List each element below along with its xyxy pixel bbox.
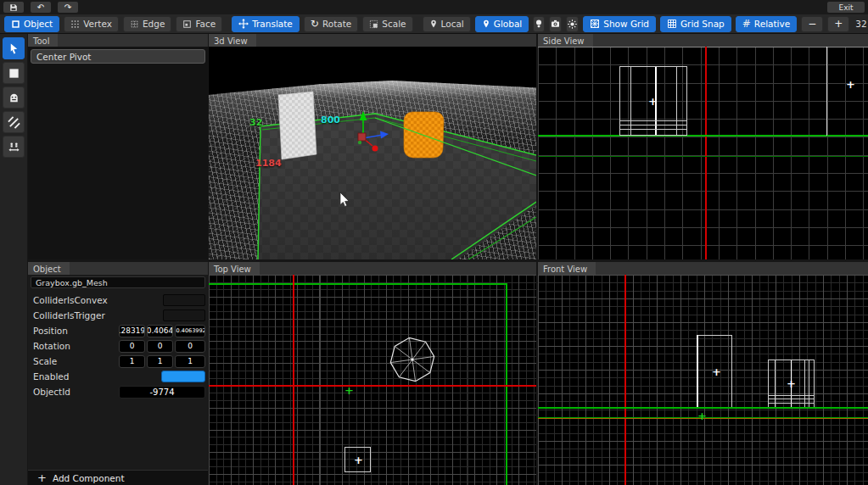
mode-edge-button[interactable]: Edge bbox=[123, 16, 171, 32]
save-button[interactable] bbox=[3, 2, 24, 13]
hatch-icon bbox=[8, 116, 20, 129]
viewport-top-panel: Top View + + bbox=[209, 262, 536, 485]
add-component-button[interactable]: + Add Component bbox=[28, 470, 208, 485]
viewport-front-header: Front View bbox=[538, 262, 868, 275]
objectid-field[interactable]: -9774 bbox=[119, 386, 205, 399]
pin-icon bbox=[429, 19, 438, 29]
rotation-y-field[interactable]: 0 bbox=[147, 340, 173, 353]
grid-size-decrease-button[interactable]: − bbox=[801, 16, 823, 32]
flare-button[interactable] bbox=[566, 16, 579, 32]
tab-tool[interactable]: Tool bbox=[28, 34, 58, 47]
lighting-toggle-button[interactable] bbox=[533, 16, 545, 32]
grid-size-increase-button[interactable]: + bbox=[827, 16, 849, 32]
top-green-hline bbox=[209, 283, 507, 285]
scale-x-field[interactable]: 1 bbox=[119, 355, 145, 368]
center-pivot-button[interactable]: Center Pivot bbox=[31, 49, 205, 64]
undo-button[interactable]: ↶ bbox=[31, 2, 51, 13]
object-panel-body: Graybox.gb_Mesh ColliderIsConvex Collide… bbox=[28, 275, 208, 485]
show-grid-icon bbox=[590, 19, 600, 29]
object-panel: Object Graybox.gb_Mesh ColliderIsConvex … bbox=[28, 262, 208, 485]
mode-face-button[interactable]: Face bbox=[176, 16, 222, 32]
translate-gizmo[interactable] bbox=[358, 111, 389, 152]
level-editor-window: ↶ ↷ Exit Object Vertex Edge Face Transla… bbox=[0, 0, 868, 485]
tab-front-view[interactable]: Front View bbox=[538, 262, 596, 275]
box-tool-button[interactable] bbox=[3, 62, 25, 84]
cylinder-top-wireframe bbox=[389, 336, 436, 383]
front-wirebox-1: + bbox=[697, 335, 732, 407]
redo-button[interactable]: ↷ bbox=[58, 2, 78, 13]
tool-panel: Tool Center Pivot bbox=[28, 34, 208, 259]
pivot-cross: + bbox=[648, 96, 658, 107]
scale-button[interactable]: Scale bbox=[362, 16, 412, 32]
grid-snap-icon bbox=[667, 19, 677, 29]
scale-y-field[interactable]: 1 bbox=[147, 355, 173, 368]
translate-button[interactable]: Translate bbox=[232, 16, 300, 32]
viewport-side-scene[interactable]: + + bbox=[538, 47, 868, 259]
tab-top-view[interactable]: Top View bbox=[209, 262, 260, 275]
side-red-axis bbox=[705, 47, 707, 259]
tool-panel-body: Center Pivot bbox=[28, 47, 208, 259]
position-z-field[interactable]: -0.4063992 bbox=[175, 325, 205, 337]
robot-head-icon bbox=[8, 92, 20, 104]
pivot-cross: + bbox=[846, 79, 855, 90]
viewport-side-header: Side View bbox=[538, 34, 868, 47]
spawn-tool-button[interactable] bbox=[3, 86, 25, 109]
scale-icon bbox=[369, 20, 378, 29]
relative-icon: # bbox=[742, 19, 751, 29]
show-grid-toggle[interactable]: Show Grid bbox=[583, 16, 656, 32]
save-icon bbox=[9, 3, 18, 12]
side-wirebox-cluster: + bbox=[619, 66, 687, 136]
enabled-toggle[interactable] bbox=[161, 371, 205, 382]
side-green-axis bbox=[538, 135, 868, 137]
relative-toggle[interactable]: # Relative bbox=[736, 16, 797, 32]
viewport-3d-header: 3d View bbox=[209, 34, 536, 47]
space-local-button[interactable]: Local bbox=[423, 16, 471, 32]
collider-trigger-checkbox[interactable] bbox=[163, 309, 205, 321]
collider-convex-checkbox[interactable] bbox=[163, 294, 205, 306]
scale-z-field[interactable]: 1 bbox=[175, 355, 205, 368]
tab-side-view[interactable]: Side View bbox=[538, 34, 593, 47]
redo-icon: ↷ bbox=[64, 3, 71, 12]
toolbar: Object Vertex Edge Face Translate ↻ Rota… bbox=[0, 14, 868, 34]
tab-3d-view[interactable]: 3d View bbox=[209, 34, 256, 47]
exit-button[interactable]: Exit bbox=[827, 2, 865, 13]
rotation-x-field[interactable]: 0 bbox=[119, 340, 145, 353]
position-y-field[interactable]: 0.4064 bbox=[147, 325, 173, 337]
select-tool-button[interactable] bbox=[3, 37, 25, 59]
side-wire-vline bbox=[826, 47, 827, 136]
rotation-z-field[interactable]: 0 bbox=[175, 340, 205, 353]
viewport-top-header: Top View bbox=[209, 262, 536, 275]
enabled-row: Enabled bbox=[28, 369, 208, 384]
side-top-line bbox=[538, 47, 868, 47]
edge-icon bbox=[130, 20, 139, 29]
rotate-icon: ↻ bbox=[311, 19, 319, 29]
mode-vertex-button[interactable]: Vertex bbox=[64, 16, 119, 32]
scale-row: Scale 1 1 1 bbox=[28, 354, 208, 369]
distribute-icon bbox=[8, 141, 20, 153]
front-wirebox-2: + bbox=[768, 360, 815, 407]
viewport-3d-scene[interactable]: 32 800 1184 bbox=[209, 47, 536, 259]
viewport-front-scene[interactable]: + + + bbox=[538, 275, 868, 485]
distribute-tool-button[interactable] bbox=[3, 136, 25, 158]
front-red-vline bbox=[624, 275, 626, 485]
pin-icon bbox=[482, 19, 490, 29]
objectid-row: ObjectId -9774 bbox=[28, 384, 208, 399]
front-green-hline bbox=[538, 407, 868, 409]
mode-object-button[interactable]: Object bbox=[4, 16, 59, 32]
camera-button[interactable] bbox=[549, 16, 562, 32]
position-x-field[interactable]: 5.283199 bbox=[119, 325, 145, 337]
object-icon bbox=[11, 20, 20, 29]
material-tool-button[interactable] bbox=[3, 111, 25, 133]
mesh-name-field[interactable]: Graybox.gb_Mesh bbox=[31, 276, 205, 288]
box-top-wireframe: + bbox=[344, 447, 371, 472]
side-grid bbox=[538, 47, 868, 259]
top-green-vline bbox=[506, 283, 507, 485]
plus-icon: + bbox=[834, 19, 843, 29]
grid-size-value: 32 bbox=[855, 19, 866, 29]
viewport-top-scene[interactable]: + + bbox=[209, 275, 536, 485]
tab-object[interactable]: Object bbox=[28, 262, 70, 275]
face-icon bbox=[182, 20, 192, 29]
grid-snap-toggle[interactable]: Grid Snap bbox=[660, 16, 731, 32]
space-global-button[interactable]: Global bbox=[475, 16, 529, 32]
rotate-button[interactable]: ↻ Rotate bbox=[304, 16, 358, 32]
